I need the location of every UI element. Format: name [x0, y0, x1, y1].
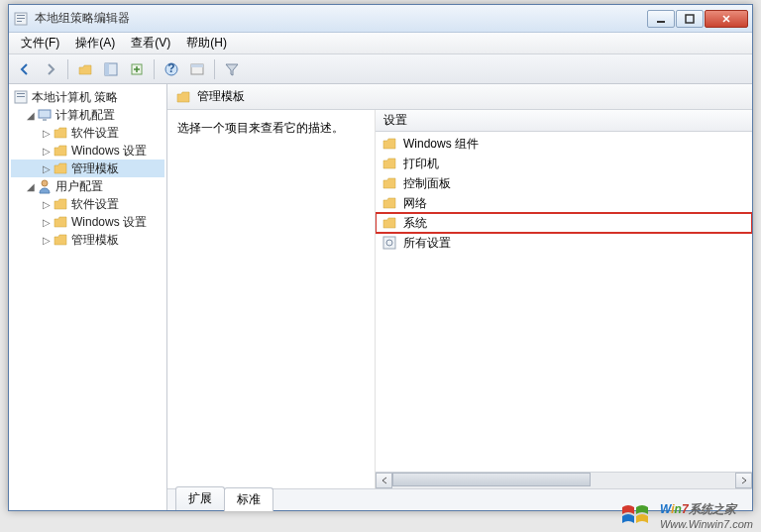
- content-header: 管理模板: [167, 84, 752, 110]
- titlebar: 本地组策略编辑器: [9, 5, 752, 33]
- tree-pane[interactable]: 本地计算机 策略 ◢ 计算机配置 ▷ 软件设置 ▷ Windows 设置 ▷ 管…: [9, 84, 167, 510]
- list-item[interactable]: Windows 组件: [376, 134, 752, 154]
- tab-standard[interactable]: 标准: [224, 487, 273, 511]
- export-button[interactable]: [125, 57, 149, 81]
- list-item[interactable]: 网络: [376, 193, 752, 213]
- expand-icon[interactable]: ▷: [41, 163, 53, 174]
- menu-help[interactable]: 帮助(H): [178, 33, 235, 53]
- collapse-icon[interactable]: ◢: [25, 181, 37, 192]
- right-pane: 管理模板 选择一个项目来查看它的描述。 设置 Windows 组件打印机控制面板…: [167, 84, 752, 510]
- list-header-setting[interactable]: 设置: [376, 110, 752, 132]
- content-area: 本地计算机 策略 ◢ 计算机配置 ▷ 软件设置 ▷ Windows 设置 ▷ 管…: [9, 84, 752, 510]
- list-item-label: 所有设置: [403, 235, 451, 252]
- minimize-button[interactable]: [647, 10, 675, 28]
- toolbar: ?: [9, 54, 752, 84]
- tree-item[interactable]: ▷ Windows 设置: [11, 142, 164, 160]
- list-item[interactable]: 所有设置: [376, 233, 752, 253]
- folder-icon: [53, 125, 68, 141]
- list-column: 设置 Windows 组件打印机控制面板网络系统所有设置: [376, 110, 752, 488]
- tree-item[interactable]: ▷ Windows 设置: [11, 213, 164, 231]
- back-button[interactable]: [13, 57, 37, 81]
- svg-rect-2: [17, 18, 25, 19]
- menu-view[interactable]: 查看(V): [123, 33, 178, 53]
- scroll-thumb[interactable]: [392, 473, 591, 486]
- list-item-label: 打印机: [403, 156, 439, 172]
- expand-icon[interactable]: ▷: [41, 128, 53, 139]
- help-button[interactable]: ?: [160, 57, 183, 81]
- show-hide-tree-button[interactable]: [99, 57, 123, 81]
- folder-icon: [53, 214, 68, 230]
- description-prompt: 选择一个项目来查看它的描述。: [177, 120, 365, 137]
- expand-icon[interactable]: ▷: [41, 146, 53, 157]
- tree-label: 用户配置: [55, 178, 103, 195]
- menubar: 文件(F) 操作(A) 查看(V) 帮助(H): [9, 33, 752, 54]
- folder-icon: [381, 215, 397, 231]
- description-column: 选择一个项目来查看它的描述。: [167, 110, 376, 488]
- list-item[interactable]: 系统: [376, 213, 752, 233]
- forward-button[interactable]: [39, 57, 62, 81]
- detail-area: 选择一个项目来查看它的描述。 设置 Windows 组件打印机控制面板网络系统所…: [167, 110, 752, 488]
- folder-icon: [175, 89, 191, 105]
- svg-rect-7: [105, 63, 109, 75]
- expand-icon[interactable]: ▷: [41, 217, 53, 228]
- tree-label: Windows 设置: [71, 143, 147, 160]
- list-item-label: 控制面板: [403, 175, 451, 192]
- scroll-left-button[interactable]: [376, 473, 392, 488]
- svg-rect-19: [383, 237, 395, 249]
- tree-root[interactable]: 本地计算机 策略: [11, 88, 164, 106]
- watermark-url: Www.Winwin7.com: [660, 518, 753, 530]
- folder-icon: [53, 196, 68, 212]
- scroll-track[interactable]: [392, 473, 735, 488]
- tree-item[interactable]: ▷ 软件设置: [11, 195, 164, 213]
- expand-icon[interactable]: ▷: [41, 199, 53, 210]
- svg-rect-16: [39, 110, 51, 118]
- horizontal-scrollbar[interactable]: [376, 472, 752, 488]
- tree-item[interactable]: ▷ 管理模板: [11, 231, 164, 249]
- tree-item-admin-templates[interactable]: ▷ 管理模板: [11, 160, 164, 177]
- folder-icon: [53, 143, 68, 159]
- svg-rect-5: [686, 15, 694, 23]
- collapse-icon[interactable]: ◢: [25, 110, 37, 121]
- svg-point-18: [42, 180, 48, 186]
- list-item-label: 系统: [403, 215, 427, 232]
- tree-user-config[interactable]: ◢ 用户配置: [11, 177, 164, 195]
- tree-label: Windows 设置: [71, 214, 147, 231]
- folder-icon: [53, 232, 68, 248]
- window-buttons: [647, 10, 748, 28]
- view-tabs: 扩展 标准: [167, 488, 752, 510]
- settings-icon: [381, 235, 397, 251]
- scroll-right-button[interactable]: [735, 473, 752, 488]
- properties-button[interactable]: [185, 57, 209, 81]
- folder-icon: [381, 136, 397, 152]
- maximize-button[interactable]: [676, 10, 704, 28]
- filter-button[interactable]: [220, 57, 244, 81]
- close-button[interactable]: [705, 10, 748, 28]
- tree-label: 软件设置: [71, 196, 119, 213]
- list-item-label: 网络: [403, 195, 427, 212]
- computer-icon: [37, 107, 53, 123]
- svg-rect-15: [17, 96, 25, 97]
- tree-label: 计算机配置: [55, 107, 115, 124]
- app-icon: [13, 11, 29, 27]
- expand-icon[interactable]: ▷: [41, 235, 53, 246]
- toolbar-sep: [214, 59, 215, 79]
- svg-rect-3: [17, 21, 22, 22]
- folder-icon: [381, 156, 397, 171]
- folder-icon: [53, 160, 68, 176]
- tab-extended[interactable]: 扩展: [175, 486, 225, 510]
- svg-rect-12: [191, 64, 203, 67]
- up-level-button[interactable]: [73, 57, 97, 81]
- list-item-label: Windows 组件: [403, 136, 479, 153]
- menu-action[interactable]: 操作(A): [67, 33, 123, 53]
- tree-item[interactable]: ▷ 软件设置: [11, 124, 164, 142]
- tree-label: 管理模板: [71, 160, 119, 177]
- menu-file[interactable]: 文件(F): [13, 33, 67, 53]
- svg-rect-14: [17, 93, 25, 94]
- svg-rect-17: [43, 119, 47, 121]
- list-item[interactable]: 控制面板: [376, 173, 752, 193]
- tree-computer-config[interactable]: ◢ 计算机配置: [11, 106, 164, 124]
- list-body[interactable]: Windows 组件打印机控制面板网络系统所有设置: [376, 132, 752, 472]
- content-title: 管理模板: [197, 88, 245, 105]
- list-item[interactable]: 打印机: [376, 154, 752, 173]
- folder-icon: [381, 175, 397, 191]
